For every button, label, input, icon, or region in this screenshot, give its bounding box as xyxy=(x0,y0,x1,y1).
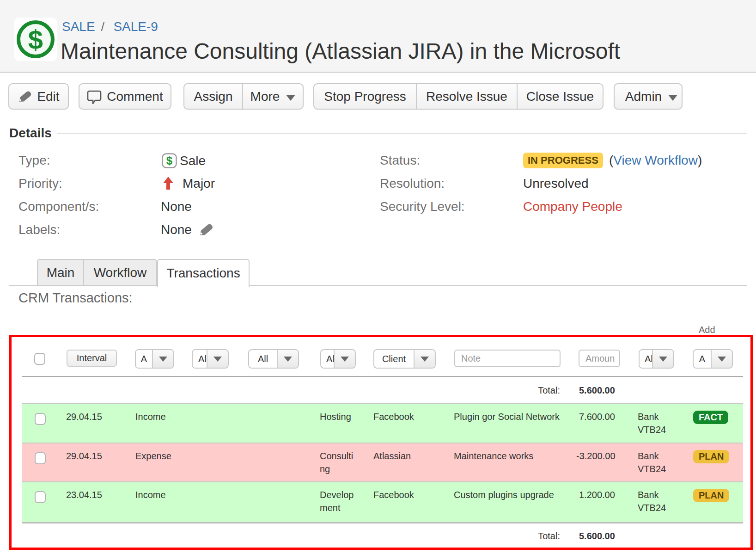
svg-text:$: $ xyxy=(166,154,173,167)
svg-text:$: $ xyxy=(28,25,43,55)
